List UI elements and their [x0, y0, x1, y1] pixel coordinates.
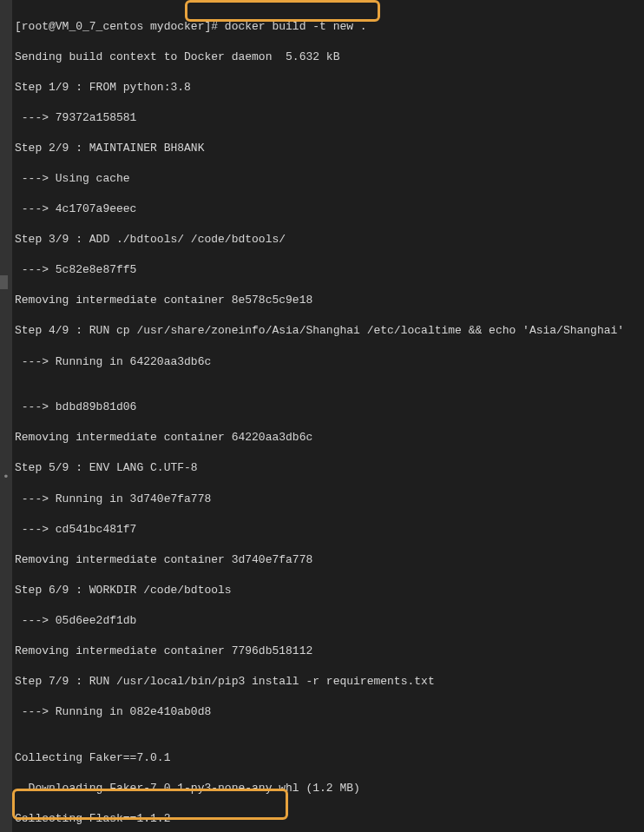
terminal-line: [root@VM_0_7_centos mydocker]# docker bu…	[15, 19, 644, 35]
gutter-modified-marker	[0, 275, 8, 289]
terminal-line: ---> 79372a158581	[15, 110, 644, 126]
shell-command: docker build -t new .	[225, 20, 367, 33]
terminal-line: Removing intermediate container 64220aa3…	[15, 430, 644, 446]
terminal-line: Step 5/9 : ENV LANG C.UTF-8	[15, 460, 644, 476]
terminal-line: ---> bdbd89b81d06	[15, 399, 644, 415]
terminal-line: ---> Using cache	[15, 171, 644, 187]
terminal-line: Step 2/9 : MAINTAINER BH8ANK	[15, 141, 644, 156]
editor-gutter	[0, 0, 12, 832]
terminal-line: Step 6/9 : WORKDIR /code/bdtools	[15, 583, 644, 598]
terminal-line: Collecting Faker==7.0.1	[15, 750, 644, 766]
terminal-line: Step 3/9 : ADD ./bdtools/ /code/bdtools/	[15, 232, 644, 248]
terminal-line: Removing intermediate container 8e578c5c…	[15, 293, 644, 308]
shell-prompt: [root@VM_0_7_centos mydocker]#	[15, 20, 225, 33]
terminal-line: ---> Running in 3d740e7fa778	[15, 492, 644, 507]
gutter-breakpoint-marker: •	[3, 470, 7, 474]
terminal-line: ---> Running in 082e410ab0d8	[15, 704, 644, 720]
terminal-line: Removing intermediate container 7796db51…	[15, 644, 644, 659]
terminal-output[interactable]: [root@VM_0_7_centos mydocker]# docker bu…	[15, 3, 644, 832]
terminal-line: Removing intermediate container 3d740e7f…	[15, 552, 644, 568]
terminal-line: ---> cd541bc481f7	[15, 522, 644, 538]
terminal-line: Downloading Faker-7.0.1-py3-none-any.whl…	[15, 781, 644, 796]
terminal-line: Collecting Flask==1.1.2	[15, 811, 644, 827]
terminal-line: Sending build context to Docker daemon 5…	[15, 50, 644, 65]
terminal-line: ---> 05d6ee2df1db	[15, 613, 644, 629]
terminal-line: ---> 5c82e8e87ff5	[15, 262, 644, 278]
terminal-line: Step 1/9 : FROM python:3.8	[15, 80, 644, 96]
terminal-line: Step 4/9 : RUN cp /usr/share/zoneinfo/As…	[15, 323, 644, 339]
terminal-line: ---> 4c1707a9eeec	[15, 201, 644, 217]
terminal-line: ---> Running in 64220aa3db6c	[15, 354, 644, 370]
terminal-line: Step 7/9 : RUN /usr/local/bin/pip3 insta…	[15, 674, 644, 690]
